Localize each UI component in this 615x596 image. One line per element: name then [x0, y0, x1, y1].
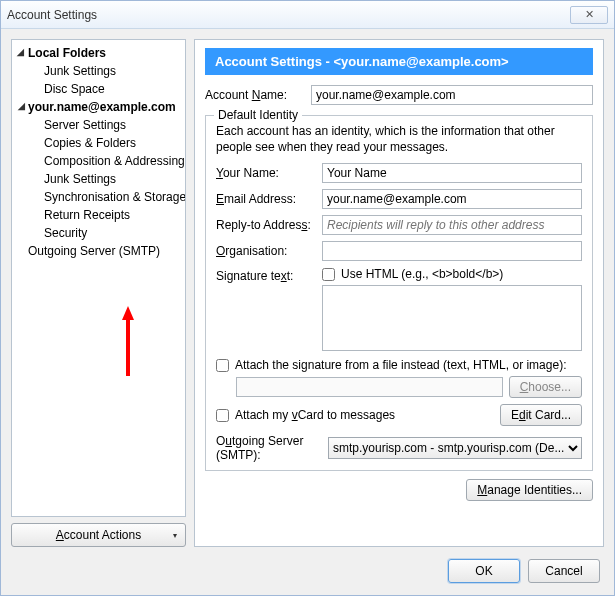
chevron-down-icon: ◢ [17, 47, 24, 57]
organisation-input[interactable] [322, 241, 582, 261]
attach-file-checkbox[interactable] [216, 359, 229, 372]
email-label: Email Address: [216, 192, 316, 206]
tree-local-folders[interactable]: ◢ Local Folders [14, 44, 183, 62]
identity-legend: Default Identity [214, 108, 302, 122]
signature-label: Signature text: [216, 267, 316, 283]
cancel-button[interactable]: Cancel [528, 559, 600, 583]
content-area: ◢ Local Folders Junk Settings Disc Space… [1, 29, 614, 547]
main-panel: Account Settings - <your.name@example.co… [194, 39, 604, 547]
window-title: Account Settings [7, 8, 97, 22]
tree-item-server-settings[interactable]: Server Settings [14, 116, 183, 134]
account-actions-button[interactable]: Account Actions ▾ [11, 523, 186, 547]
tree-account[interactable]: ◢ your.name@example.com [14, 98, 183, 116]
use-html-checkbox[interactable] [322, 268, 335, 281]
default-identity-group: Default Identity Each account has an ide… [205, 115, 593, 471]
tree-item-security[interactable]: Security [14, 224, 183, 242]
account-settings-window: Account Settings ✕ ◢ Local Folders Junk … [0, 0, 615, 596]
account-actions-label: Account Actions [56, 528, 141, 542]
account-name-input[interactable] [311, 85, 593, 105]
titlebar: Account Settings ✕ [1, 1, 614, 29]
attach-vcard-label: Attach my vCard to messages [235, 408, 395, 422]
use-html-label: Use HTML (e.g., <b>bold</b>) [341, 267, 503, 281]
ok-button[interactable]: OK [448, 559, 520, 583]
tree-item-composition[interactable]: Composition & Addressing [14, 152, 183, 170]
organisation-label: Organisation: [216, 244, 316, 258]
tree-item-junk-settings-acct[interactable]: Junk Settings [14, 170, 183, 188]
choose-button[interactable]: Choose... [509, 376, 582, 398]
attach-file-label: Attach the signature from a file instead… [235, 358, 566, 372]
close-icon: ✕ [585, 8, 594, 21]
account-name-label: Account Name: [205, 88, 305, 102]
manage-identities-button[interactable]: Manage Identities... [466, 479, 593, 501]
identity-description: Each account has an identity, which is t… [216, 124, 582, 155]
signature-file-input[interactable] [236, 377, 503, 397]
reply-to-label: Reply-to Address: [216, 218, 316, 232]
tree-item-junk-settings[interactable]: Junk Settings [14, 62, 183, 80]
tree-item-outgoing-smtp[interactable]: Outgoing Server (SMTP) [14, 242, 183, 260]
close-button[interactable]: ✕ [570, 6, 608, 24]
dialog-footer: OK Cancel [1, 547, 614, 595]
sidebar: ◢ Local Folders Junk Settings Disc Space… [11, 39, 186, 547]
smtp-select[interactable]: smtp.yourisp.com - smtp.yourisp.com (De.… [328, 437, 582, 459]
reply-to-input[interactable] [322, 215, 582, 235]
tree-item-copies-folders[interactable]: Copies & Folders [14, 134, 183, 152]
tree-item-return-receipts[interactable]: Return Receipts [14, 206, 183, 224]
chevron-down-icon: ◢ [18, 101, 25, 111]
chevron-down-icon: ▾ [173, 531, 177, 540]
email-input[interactable] [322, 189, 582, 209]
panel-header: Account Settings - <your.name@example.co… [205, 48, 593, 75]
your-name-input[interactable] [322, 163, 582, 183]
attach-vcard-checkbox[interactable] [216, 409, 229, 422]
smtp-label: Outgoing Server (SMTP): [216, 434, 322, 462]
your-name-label: Your Name: [216, 166, 316, 180]
signature-textarea[interactable] [322, 285, 582, 351]
tree-item-disc-space[interactable]: Disc Space [14, 80, 183, 98]
account-tree: ◢ Local Folders Junk Settings Disc Space… [11, 39, 186, 517]
edit-card-button[interactable]: Edit Card... [500, 404, 582, 426]
tree-item-sync-storage[interactable]: Synchronisation & Storage [14, 188, 183, 206]
